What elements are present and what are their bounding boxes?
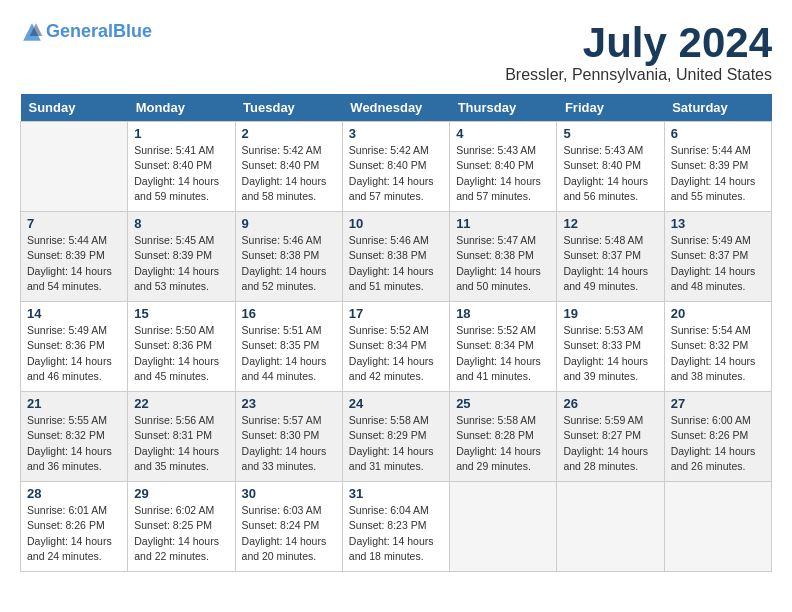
col-saturday: Saturday	[664, 94, 771, 122]
table-row: 17Sunrise: 5:52 AM Sunset: 8:34 PM Dayli…	[342, 302, 449, 392]
day-number: 17	[349, 306, 443, 321]
day-number: 21	[27, 396, 121, 411]
day-info: Sunrise: 5:50 AM Sunset: 8:36 PM Dayligh…	[134, 323, 228, 384]
day-number: 14	[27, 306, 121, 321]
table-row: 6Sunrise: 5:44 AM Sunset: 8:39 PM Daylig…	[664, 122, 771, 212]
day-number: 30	[242, 486, 336, 501]
day-number: 26	[563, 396, 657, 411]
day-info: Sunrise: 5:52 AM Sunset: 8:34 PM Dayligh…	[349, 323, 443, 384]
day-number: 12	[563, 216, 657, 231]
day-info: Sunrise: 5:44 AM Sunset: 8:39 PM Dayligh…	[27, 233, 121, 294]
table-row: 9Sunrise: 5:46 AM Sunset: 8:38 PM Daylig…	[235, 212, 342, 302]
day-info: Sunrise: 5:54 AM Sunset: 8:32 PM Dayligh…	[671, 323, 765, 384]
table-row: 7Sunrise: 5:44 AM Sunset: 8:39 PM Daylig…	[21, 212, 128, 302]
table-row: 14Sunrise: 5:49 AM Sunset: 8:36 PM Dayli…	[21, 302, 128, 392]
col-monday: Monday	[128, 94, 235, 122]
table-row: 3Sunrise: 5:42 AM Sunset: 8:40 PM Daylig…	[342, 122, 449, 212]
day-info: Sunrise: 5:58 AM Sunset: 8:29 PM Dayligh…	[349, 413, 443, 474]
day-info: Sunrise: 6:02 AM Sunset: 8:25 PM Dayligh…	[134, 503, 228, 564]
day-info: Sunrise: 5:59 AM Sunset: 8:27 PM Dayligh…	[563, 413, 657, 474]
logo-text: GeneralBlue	[46, 21, 152, 43]
col-wednesday: Wednesday	[342, 94, 449, 122]
col-friday: Friday	[557, 94, 664, 122]
table-row	[664, 482, 771, 572]
table-row: 28Sunrise: 6:01 AM Sunset: 8:26 PM Dayli…	[21, 482, 128, 572]
day-info: Sunrise: 6:01 AM Sunset: 8:26 PM Dayligh…	[27, 503, 121, 564]
table-row: 19Sunrise: 5:53 AM Sunset: 8:33 PM Dayli…	[557, 302, 664, 392]
calendar-week-row: 1Sunrise: 5:41 AM Sunset: 8:40 PM Daylig…	[21, 122, 772, 212]
logo-icon	[20, 20, 44, 44]
col-tuesday: Tuesday	[235, 94, 342, 122]
calendar-header: Sunday Monday Tuesday Wednesday Thursday…	[21, 94, 772, 122]
day-number: 28	[27, 486, 121, 501]
day-info: Sunrise: 5:53 AM Sunset: 8:33 PM Dayligh…	[563, 323, 657, 384]
day-number: 31	[349, 486, 443, 501]
day-info: Sunrise: 5:49 AM Sunset: 8:37 PM Dayligh…	[671, 233, 765, 294]
table-row: 13Sunrise: 5:49 AM Sunset: 8:37 PM Dayli…	[664, 212, 771, 302]
day-info: Sunrise: 5:51 AM Sunset: 8:35 PM Dayligh…	[242, 323, 336, 384]
table-row: 29Sunrise: 6:02 AM Sunset: 8:25 PM Dayli…	[128, 482, 235, 572]
day-info: Sunrise: 5:41 AM Sunset: 8:40 PM Dayligh…	[134, 143, 228, 204]
day-info: Sunrise: 5:52 AM Sunset: 8:34 PM Dayligh…	[456, 323, 550, 384]
table-row: 23Sunrise: 5:57 AM Sunset: 8:30 PM Dayli…	[235, 392, 342, 482]
day-info: Sunrise: 5:43 AM Sunset: 8:40 PM Dayligh…	[563, 143, 657, 204]
day-number: 7	[27, 216, 121, 231]
day-number: 4	[456, 126, 550, 141]
day-info: Sunrise: 5:48 AM Sunset: 8:37 PM Dayligh…	[563, 233, 657, 294]
page-header: GeneralBlue July 2024 Bressler, Pennsylv…	[20, 20, 772, 84]
table-row: 24Sunrise: 5:58 AM Sunset: 8:29 PM Dayli…	[342, 392, 449, 482]
logo: GeneralBlue	[20, 20, 152, 44]
month-title: July 2024	[505, 20, 772, 66]
calendar-body: 1Sunrise: 5:41 AM Sunset: 8:40 PM Daylig…	[21, 122, 772, 572]
table-row	[21, 122, 128, 212]
table-row: 15Sunrise: 5:50 AM Sunset: 8:36 PM Dayli…	[128, 302, 235, 392]
day-info: Sunrise: 5:42 AM Sunset: 8:40 PM Dayligh…	[242, 143, 336, 204]
day-number: 27	[671, 396, 765, 411]
day-number: 25	[456, 396, 550, 411]
calendar-week-row: 7Sunrise: 5:44 AM Sunset: 8:39 PM Daylig…	[21, 212, 772, 302]
calendar-week-row: 28Sunrise: 6:01 AM Sunset: 8:26 PM Dayli…	[21, 482, 772, 572]
day-info: Sunrise: 6:03 AM Sunset: 8:24 PM Dayligh…	[242, 503, 336, 564]
table-row: 27Sunrise: 6:00 AM Sunset: 8:26 PM Dayli…	[664, 392, 771, 482]
day-number: 20	[671, 306, 765, 321]
table-row	[557, 482, 664, 572]
day-info: Sunrise: 6:00 AM Sunset: 8:26 PM Dayligh…	[671, 413, 765, 474]
location: Bressler, Pennsylvania, United States	[505, 66, 772, 84]
day-info: Sunrise: 5:47 AM Sunset: 8:38 PM Dayligh…	[456, 233, 550, 294]
day-info: Sunrise: 5:46 AM Sunset: 8:38 PM Dayligh…	[242, 233, 336, 294]
day-number: 16	[242, 306, 336, 321]
day-number: 18	[456, 306, 550, 321]
table-row: 22Sunrise: 5:56 AM Sunset: 8:31 PM Dayli…	[128, 392, 235, 482]
table-row: 21Sunrise: 5:55 AM Sunset: 8:32 PM Dayli…	[21, 392, 128, 482]
day-number: 8	[134, 216, 228, 231]
day-number: 1	[134, 126, 228, 141]
day-info: Sunrise: 5:58 AM Sunset: 8:28 PM Dayligh…	[456, 413, 550, 474]
day-number: 19	[563, 306, 657, 321]
col-thursday: Thursday	[450, 94, 557, 122]
day-info: Sunrise: 6:04 AM Sunset: 8:23 PM Dayligh…	[349, 503, 443, 564]
calendar-week-row: 21Sunrise: 5:55 AM Sunset: 8:32 PM Dayli…	[21, 392, 772, 482]
day-number: 2	[242, 126, 336, 141]
table-row: 1Sunrise: 5:41 AM Sunset: 8:40 PM Daylig…	[128, 122, 235, 212]
header-row: Sunday Monday Tuesday Wednesday Thursday…	[21, 94, 772, 122]
table-row: 30Sunrise: 6:03 AM Sunset: 8:24 PM Dayli…	[235, 482, 342, 572]
day-info: Sunrise: 5:49 AM Sunset: 8:36 PM Dayligh…	[27, 323, 121, 384]
logo-line1: General	[46, 21, 113, 41]
day-number: 10	[349, 216, 443, 231]
table-row: 25Sunrise: 5:58 AM Sunset: 8:28 PM Dayli…	[450, 392, 557, 482]
table-row: 11Sunrise: 5:47 AM Sunset: 8:38 PM Dayli…	[450, 212, 557, 302]
day-number: 24	[349, 396, 443, 411]
day-number: 5	[563, 126, 657, 141]
day-info: Sunrise: 5:56 AM Sunset: 8:31 PM Dayligh…	[134, 413, 228, 474]
table-row: 20Sunrise: 5:54 AM Sunset: 8:32 PM Dayli…	[664, 302, 771, 392]
title-block: July 2024 Bressler, Pennsylvania, United…	[505, 20, 772, 84]
day-number: 15	[134, 306, 228, 321]
col-sunday: Sunday	[21, 94, 128, 122]
table-row: 18Sunrise: 5:52 AM Sunset: 8:34 PM Dayli…	[450, 302, 557, 392]
day-number: 11	[456, 216, 550, 231]
table-row: 4Sunrise: 5:43 AM Sunset: 8:40 PM Daylig…	[450, 122, 557, 212]
table-row: 2Sunrise: 5:42 AM Sunset: 8:40 PM Daylig…	[235, 122, 342, 212]
day-number: 22	[134, 396, 228, 411]
table-row: 26Sunrise: 5:59 AM Sunset: 8:27 PM Dayli…	[557, 392, 664, 482]
day-number: 3	[349, 126, 443, 141]
